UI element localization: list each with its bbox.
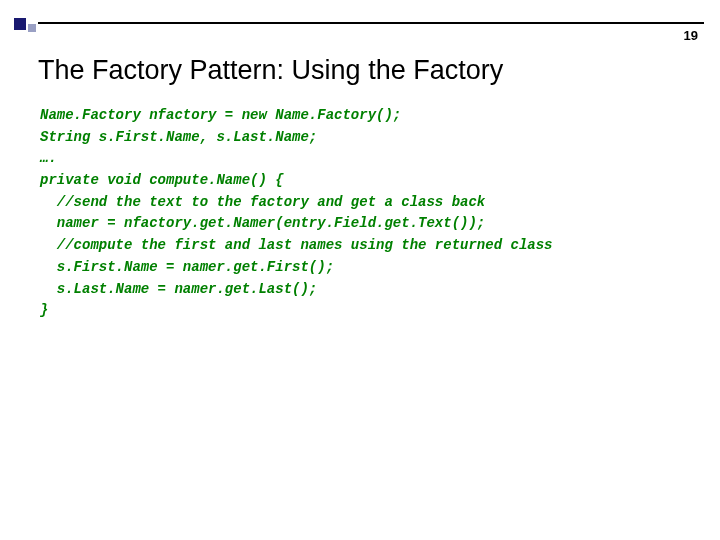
code-line: //send the text to the factory and get a… [40,194,485,210]
code-line: s.First.Name = namer.get.First(); [40,259,334,275]
deco-square-dark [14,18,26,30]
slide-number: 19 [684,28,698,43]
code-line: } [40,302,48,318]
code-block: Name.Factory nfactory = new Name.Factory… [40,105,680,322]
top-rule [38,22,704,24]
corner-decoration [0,0,60,40]
deco-square-light [28,24,36,32]
code-line: String s.First.Name, s.Last.Name; [40,129,317,145]
slide-title: The Factory Pattern: Using the Factory [38,55,503,86]
code-line: Name.Factory nfactory = new Name.Factory… [40,107,401,123]
code-line: s.Last.Name = namer.get.Last(); [40,281,317,297]
code-line: namer = nfactory.get.Namer(entry.Field.g… [40,215,485,231]
code-line: …. [40,150,57,166]
code-line: private void compute.Name() { [40,172,284,188]
code-line: //compute the first and last names using… [40,237,552,253]
